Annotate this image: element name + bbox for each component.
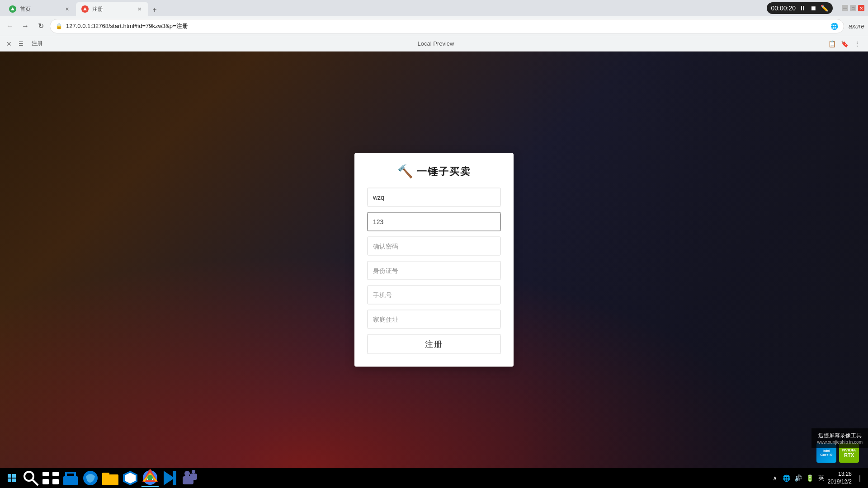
tab-home-close[interactable]: ✕ [63, 5, 71, 13]
tab-home-label: 首页 [20, 5, 31, 13]
address-bar[interactable]: 🔒 127.0.0.1:32768/start.html#id=79kzw3&p… [50, 19, 844, 33]
tray-date: 2019/12/2 [828, 478, 852, 486]
browser-content: 🔨 一锤子买卖 注册 intelCore i9 NVI [0, 52, 868, 468]
minimize-button[interactable]: — [842, 5, 848, 11]
logo-icon: 🔨 [397, 164, 413, 179]
edge-app[interactable] [81, 469, 99, 487]
register-button[interactable]: 注册 [367, 334, 501, 354]
logo-area: 🔨 一锤子买卖 [367, 164, 501, 179]
watermark: 迅捷屏幕录像工具 www.xunjieship in.com [811, 428, 868, 448]
password-input[interactable] [367, 212, 501, 231]
svg-rect-11 [52, 479, 59, 484]
local-preview-label: Local Preview [49, 40, 823, 47]
timer-stop-btn[interactable]: ⏹ [809, 4, 817, 12]
svg-rect-15 [102, 473, 109, 475]
svg-rect-14 [102, 474, 118, 485]
bookmarks-right-icons: 📋 🔖 ⋮ [826, 38, 863, 49]
tab-home-icon [9, 5, 16, 13]
taskbar: ∧ 🌐 🔊 🔋 英 13:28 2019/12/2 | [0, 468, 868, 488]
tray-time[interactable]: 13:28 2019/12/2 [828, 470, 852, 486]
back-button[interactable]: ← [4, 20, 16, 33]
tray-icons: ∧ 🌐 🔊 🔋 [770, 474, 815, 483]
forward-button[interactable]: → [19, 20, 32, 33]
axure-label: axure [849, 23, 864, 30]
explorer-app[interactable] [101, 469, 119, 487]
bookmarks-more-btn[interactable]: ⋮ [852, 38, 863, 49]
tray-volume[interactable]: 🔊 [794, 474, 803, 483]
refresh-button[interactable]: ↻ [34, 20, 47, 33]
svg-rect-4 [8, 479, 11, 482]
start-button[interactable] [4, 470, 20, 486]
svg-rect-5 [12, 479, 16, 482]
laptop-overlay [521, 52, 868, 468]
svg-rect-9 [52, 472, 59, 476]
svg-rect-3 [12, 474, 16, 478]
system-tray: ∧ 🌐 🔊 🔋 英 13:28 2019/12/2 | [770, 470, 864, 486]
svg-rect-2 [8, 474, 11, 478]
svg-marker-1 [83, 7, 87, 10]
tab-register-label: 注册 [92, 5, 103, 13]
teams-app[interactable] [181, 469, 199, 487]
title-bar: 首页 ✕ 注册 ✕ + 00:00:20 ⏸ ⏹ ✏️ — □ ✕ [0, 0, 868, 16]
search-app[interactable] [22, 469, 40, 487]
confirm-password-input[interactable] [367, 237, 501, 256]
store-app[interactable] [61, 469, 80, 487]
address-input[interactable] [367, 310, 501, 329]
logo-text: 一锤子买卖 [417, 164, 471, 178]
svg-point-25 [184, 471, 190, 476]
svg-point-20 [147, 475, 153, 480]
timer-display: 00:00:20 [771, 5, 796, 12]
svg-rect-8 [42, 472, 49, 476]
watermark-line2: www.xunjieship in.com [817, 440, 863, 445]
tray-clock: 13:28 [828, 470, 852, 478]
show-desktop-btn[interactable]: | [855, 474, 864, 483]
bookmarks-icon1[interactable]: 📋 [826, 38, 837, 49]
tray-battery[interactable]: 🔋 [806, 474, 815, 483]
timer-pause-btn[interactable]: ⏸ [798, 4, 807, 12]
translate-icon: 🌐 [830, 23, 838, 30]
bookmarks-icon2[interactable]: 🔖 [839, 38, 850, 49]
tray-chevron[interactable]: ∧ [770, 474, 779, 483]
tab-group: 首页 ✕ 注册 ✕ + [4, 0, 765, 16]
vscode2-app[interactable] [161, 469, 179, 487]
svg-rect-22 [173, 471, 176, 485]
username-input[interactable] [367, 188, 501, 207]
url-text: 127.0.0.1:32768/start.html#id=79kzw3&p=注… [66, 22, 827, 30]
svg-point-26 [192, 470, 195, 474]
timer-badge: 00:00:20 ⏸ ⏹ ✏️ [767, 2, 833, 14]
window-controls: — □ ✕ [842, 5, 864, 11]
registration-panel: 🔨 一锤子买卖 注册 [354, 153, 514, 367]
phone-input[interactable] [367, 286, 501, 305]
tab-register[interactable]: 注册 ✕ [76, 2, 148, 16]
svg-line-7 [33, 480, 38, 485]
bookmarks-item-register[interactable]: 注册 [29, 38, 45, 49]
svg-rect-12 [63, 476, 78, 485]
watermark-line1: 迅捷屏幕录像工具 [817, 432, 863, 440]
bookmarks-close-btn[interactable]: ✕ [5, 40, 13, 47]
svg-point-6 [24, 472, 33, 481]
address-bar-row: ← → ↻ 🔒 127.0.0.1:32768/start.html#id=79… [0, 16, 868, 36]
bookmarks-item-label: 注册 [32, 40, 42, 47]
maximize-button[interactable]: □ [850, 5, 856, 11]
tab-register-close[interactable]: ✕ [136, 5, 143, 13]
vscode-app[interactable] [121, 469, 139, 487]
lock-icon: 🔒 [56, 23, 62, 29]
bookmarks-menu-btn[interactable]: ☰ [16, 39, 25, 48]
new-tab-button[interactable]: + [148, 4, 161, 16]
task-view-app[interactable] [42, 469, 60, 487]
tray-network[interactable]: 🌐 [782, 474, 791, 483]
id-card-input[interactable] [367, 261, 501, 280]
close-button[interactable]: ✕ [858, 5, 864, 11]
tab-home[interactable]: 首页 ✕ [4, 2, 76, 16]
svg-marker-0 [11, 7, 14, 10]
tab-register-icon [81, 5, 89, 13]
svg-rect-10 [42, 479, 49, 484]
chrome-app[interactable] [141, 469, 159, 487]
bookmarks-bar: ✕ ☰ 注册 Local Preview 📋 🔖 ⋮ [0, 36, 868, 52]
timer-record-btn[interactable]: ✏️ [820, 4, 828, 12]
tray-lang[interactable]: 英 [818, 474, 824, 482]
svg-rect-24 [190, 474, 197, 480]
